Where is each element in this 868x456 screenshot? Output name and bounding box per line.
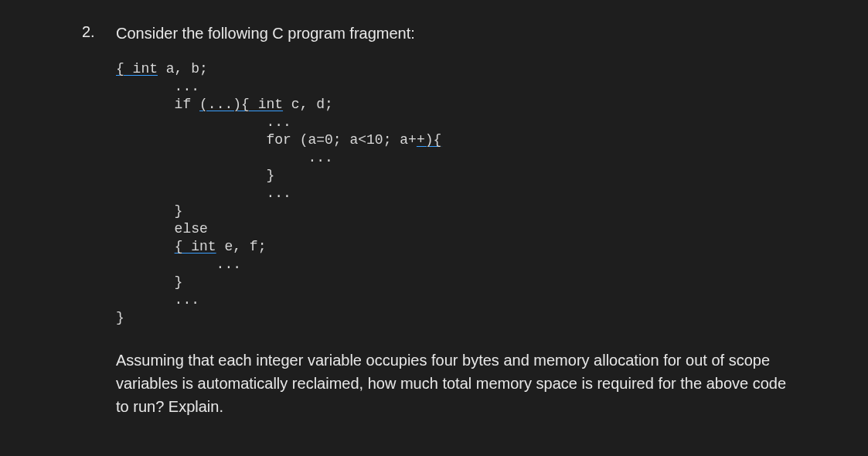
- code-underline: (...){ int: [199, 97, 283, 112]
- code-text: for (a=0; a<10; a+: [116, 132, 417, 148]
- question-number: 2.: [82, 23, 95, 41]
- code-underline: { int: [116, 61, 158, 77]
- code-text: }: [116, 274, 182, 290]
- code-text: a, b;: [158, 61, 208, 77]
- code-text: ...: [116, 185, 291, 201]
- code-text: }: [116, 310, 124, 325]
- code-underline: +){: [417, 132, 441, 148]
- question-body: Consider the following C program fragmen…: [116, 23, 791, 418]
- code-text: ...: [116, 150, 333, 165]
- question-followup: Assuming that each integer variable occu…: [116, 349, 791, 418]
- code-text: else: [116, 221, 208, 237]
- question-prompt: Consider the following C program fragmen…: [116, 23, 791, 43]
- code-text: }: [116, 168, 274, 183]
- code-text: ...: [116, 79, 199, 94]
- code-text: ...: [116, 292, 199, 308]
- code-text: ...: [116, 114, 291, 130]
- code-block: { int a, b; ... if (...){ int c, d; ... …: [116, 60, 791, 327]
- code-underline: { int: [175, 239, 216, 254]
- code-text: ...: [116, 257, 241, 272]
- code-text: e, f;: [216, 239, 267, 254]
- code-text: [116, 239, 175, 254]
- document-page: 2. Consider the following C program frag…: [0, 0, 868, 456]
- code-text: if: [116, 97, 199, 112]
- code-text: }: [116, 203, 182, 219]
- code-text: c, d;: [283, 97, 333, 112]
